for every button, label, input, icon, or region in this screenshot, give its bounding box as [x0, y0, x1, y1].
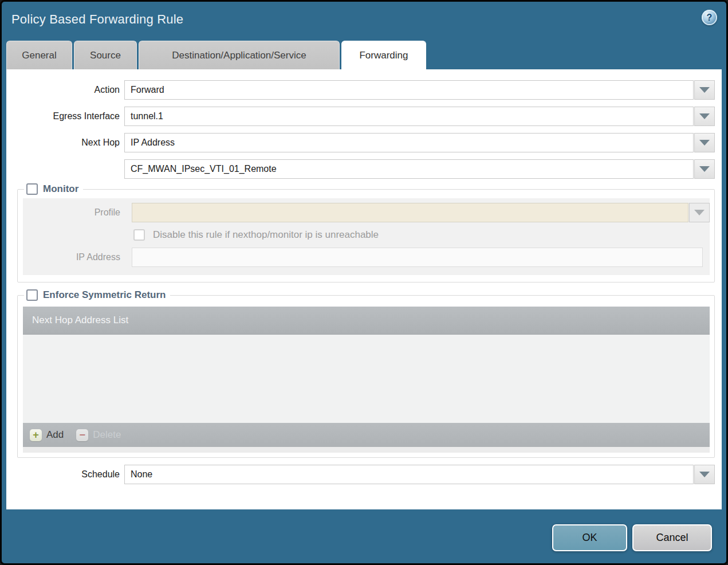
chevron-down-icon [699, 472, 710, 477]
add-button[interactable]: Add [30, 429, 64, 441]
egress-interface-dropdown-button[interactable] [694, 107, 715, 126]
next-hop-address-list-column-header[interactable]: Next Hop Address List [23, 307, 710, 335]
help-glyph: ? [707, 13, 713, 23]
next-hop-address-input[interactable] [124, 159, 694, 179]
monitor-ip-address-row: IP Address [23, 248, 710, 267]
schedule-label: Schedule [6, 469, 120, 480]
next-hop-row: Next Hop [6, 133, 715, 152]
schedule-row: Schedule [6, 465, 715, 484]
profile-label: Profile [23, 207, 126, 218]
tab-bar: General Source Destination/Application/S… [2, 38, 726, 69]
tab-general[interactable]: General [6, 41, 72, 69]
tab-source[interactable]: Source [74, 41, 137, 69]
schedule-input[interactable] [124, 465, 694, 484]
chevron-down-icon [699, 113, 710, 119]
action-input[interactable] [124, 80, 694, 100]
chevron-down-icon [694, 210, 705, 215]
next-hop-address-list-body [23, 335, 710, 423]
schedule-dropdown-button[interactable] [694, 465, 715, 484]
chevron-down-icon [699, 87, 710, 93]
monitor-ip-address-input [132, 248, 703, 267]
tab-forwarding[interactable]: Forwarding [341, 41, 426, 69]
next-hop-label: Next Hop [6, 138, 120, 148]
forwarding-tab-panel: Action Egress Interface Next Hop [6, 69, 722, 509]
help-icon[interactable]: ? [702, 10, 717, 25]
grid-scroll-strip [23, 447, 710, 453]
delete-icon [76, 429, 88, 441]
disable-rule-row: Disable this rule if nexthop/monitor ip … [23, 229, 710, 241]
enforce-symmetric-return-checkbox[interactable] [26, 289, 38, 301]
next-hop-address-list-header-label: Next Hop Address List [32, 315, 128, 326]
next-hop-type-input[interactable] [124, 133, 694, 152]
profile-dropdown-button [689, 203, 710, 222]
chevron-down-icon [699, 140, 710, 146]
grid-toolbar: Add Delete [23, 423, 710, 447]
dialog-footer: OK Cancel [2, 509, 726, 563]
profile-input [132, 203, 688, 222]
chevron-down-icon [699, 166, 710, 172]
action-dropdown-button[interactable] [694, 80, 715, 100]
monitor-section: Monitor Profile Disable this rule if nex… [17, 183, 715, 282]
next-hop-address-row [6, 159, 715, 179]
dialog-title: Policy Based Forwarding Rule [11, 12, 183, 27]
monitor-panel: Profile Disable this rule if nexthop/mon… [23, 198, 710, 275]
disable-rule-label: Disable this rule if nexthop/monitor ip … [153, 229, 379, 241]
monitor-ip-address-label: IP Address [23, 252, 126, 262]
next-hop-address-list-grid: Next Hop Address List Add Delete [23, 307, 710, 453]
monitor-checkbox[interactable] [26, 183, 38, 195]
egress-interface-row: Egress Interface [6, 107, 715, 126]
enforce-symmetric-return-legend-label: Enforce Symmetric Return [43, 289, 166, 301]
monitor-legend: Monitor [24, 183, 83, 195]
enforce-symmetric-return-section: Enforce Symmetric Return Next Hop Addres… [17, 289, 715, 458]
enforce-symmetric-return-legend: Enforce Symmetric Return [24, 289, 170, 301]
tab-destination-application-service[interactable]: Destination/Application/Service [139, 41, 340, 69]
ok-button[interactable]: OK [552, 524, 627, 551]
titlebar: Policy Based Forwarding Rule ? [2, 2, 726, 38]
next-hop-address-dropdown-button[interactable] [694, 159, 715, 179]
disable-rule-checkbox [133, 229, 145, 241]
next-hop-type-dropdown-button[interactable] [694, 133, 715, 152]
monitor-legend-label: Monitor [43, 183, 78, 195]
delete-button: Delete [76, 429, 121, 441]
add-icon [30, 429, 42, 441]
policy-based-forwarding-dialog: Policy Based Forwarding Rule ? General S… [0, 0, 728, 565]
cancel-button[interactable]: Cancel [632, 524, 712, 551]
add-button-label: Add [46, 429, 64, 441]
profile-row: Profile [23, 203, 710, 222]
action-label: Action [6, 85, 120, 95]
delete-button-label: Delete [93, 429, 121, 441]
action-row: Action [6, 80, 715, 100]
egress-interface-label: Egress Interface [6, 111, 120, 121]
egress-interface-input[interactable] [124, 107, 694, 126]
